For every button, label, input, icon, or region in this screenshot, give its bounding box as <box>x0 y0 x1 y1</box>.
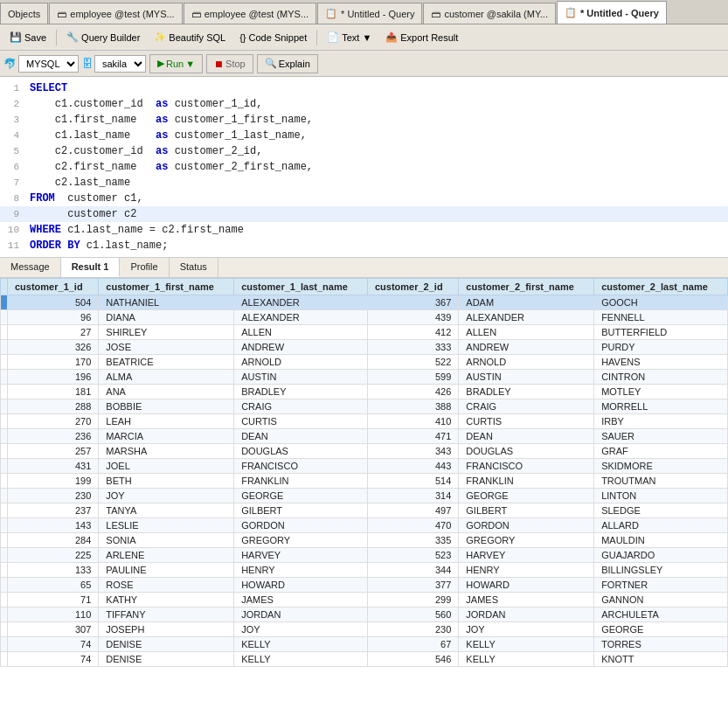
table-cell: ALEXANDER <box>234 295 368 310</box>
table-row[interactable]: 170BEATRICEARNOLD522ARNOLDHAVENS <box>1 355 728 370</box>
table-cell: 388 <box>367 399 458 414</box>
table-cell: JOSE <box>99 340 234 355</box>
table-cell: JAMES <box>234 593 368 607</box>
table-cell: 284 <box>8 533 99 548</box>
table-cell: 299 <box>367 593 458 607</box>
tab-untitled-query-2[interactable]: 📋 * Untitled - Query <box>557 1 667 24</box>
table-row[interactable]: 270LEAHCURTIS410CURTISIRBY <box>1 414 728 429</box>
table-row[interactable]: 504NATHANIELALEXANDER367ADAMGOOCH <box>1 295 728 310</box>
table-row[interactable]: 65ROSEHOWARD377HOWARDFORTNER <box>1 578 728 593</box>
table-row[interactable]: 326JOSEANDREW333ANDREWPURDY <box>1 340 728 355</box>
sql-editor[interactable]: 1SELECT2 c1.customer_id as customer_1_id… <box>0 77 728 258</box>
tab-objects[interactable]: Objects <box>0 3 48 24</box>
result-tab-result-1[interactable]: Result 1 <box>61 258 121 277</box>
table-cell: 225 <box>8 548 99 563</box>
run-button[interactable]: ▶ Run ▼ <box>149 54 203 73</box>
row-indicator <box>1 370 8 385</box>
table-cell: 410 <box>367 414 458 429</box>
text-button[interactable]: 📄 Text ▼ <box>321 28 378 47</box>
line-number: 6 <box>0 159 26 175</box>
line-number: 1 <box>0 80 26 96</box>
table-row[interactable]: 133PAULINEHENRY344HENRYBILLINGSLEY <box>1 563 728 578</box>
table-row[interactable]: 74DENISEKELLY67KELLYTORRES <box>1 637 728 652</box>
table-row[interactable]: 74DENISEKELLY546KELLYKNOTT <box>1 652 728 667</box>
row-indicator <box>1 310 8 325</box>
row-indicator <box>1 503 8 518</box>
table-row[interactable]: 199BETHFRANKLIN514FRANKLINTROUTMAN <box>1 474 728 489</box>
result-table: customer_1_idcustomer_1_first_namecustom… <box>0 278 728 667</box>
table-row[interactable]: 288BOBBIECRAIG388CRAIGMORRELL <box>1 399 728 414</box>
table-row[interactable]: 284SONIAGREGORY335GREGORYMAULDIN <box>1 533 728 548</box>
table-cell: CRAIG <box>459 399 594 414</box>
table-row[interactable]: 27SHIRLEYALLEN412ALLENBUTTERFIELD <box>1 325 728 340</box>
table-cell: 307 <box>8 622 99 637</box>
table-cell: 514 <box>367 474 458 489</box>
tab-customer-label: customer @sakila (MY... <box>444 9 548 19</box>
table-cell: ARNOLD <box>234 355 368 370</box>
explain-button[interactable]: 🔍 Explain <box>257 54 318 73</box>
table-row[interactable]: 230JOYGEORGE314GEORGELINTON <box>1 489 728 503</box>
table-cell: FRANKLIN <box>459 474 594 489</box>
table-cell: CRAIG <box>234 399 368 414</box>
table-row[interactable]: 71KATHYJAMES299JAMESGANNON <box>1 593 728 607</box>
table-row[interactable]: 307JOSEPHJOY230JOYGEORGE <box>1 622 728 637</box>
result-tab-message[interactable]: Message <box>0 258 61 277</box>
table-row[interactable]: 196ALMAAUSTIN599AUSTINCINTRON <box>1 370 728 385</box>
table-cell: MOTLEY <box>594 385 728 399</box>
table-cell: TIFFANY <box>99 607 234 622</box>
table-row[interactable]: 110TIFFANYJORDAN560JORDANARCHULETA <box>1 607 728 622</box>
sql-line-4: 4 c1.last_name as customer_1_last_name, <box>0 128 728 143</box>
beautify-button[interactable]: ✨ Beautify SQL <box>148 28 232 47</box>
export-button[interactable]: 📤 Export Result <box>379 28 464 47</box>
table-row[interactable]: 143LESLIEGORDON470GORDONALLARD <box>1 518 728 533</box>
table-row[interactable]: 237TANYAGILBERT497GILBERTSLEDGE <box>1 503 728 518</box>
table-cell: SHIRLEY <box>99 325 234 340</box>
table-cell: ALLEN <box>459 325 594 340</box>
sql-line-2: 2 c1.customer_id as customer_1_id, <box>0 96 728 112</box>
run-dropdown-icon: ▼ <box>185 59 195 69</box>
tab-employee-2[interactable]: 🗃 employee @test (MYS... <box>184 3 316 24</box>
db-name-select[interactable]: sakila <box>94 55 146 73</box>
table-cell: 74 <box>8 652 99 667</box>
table-row[interactable]: 431JOELFRANCISCO443FRANCISCOSKIDMORE <box>1 459 728 474</box>
tab-customer[interactable]: 🗃 customer @sakila (MY... <box>423 3 556 24</box>
query-icon-2: 📋 <box>565 7 577 18</box>
table-row[interactable]: 181ANABRADLEY426BRADLEYMOTLEY <box>1 385 728 399</box>
db-engine-select[interactable]: MYSQL <box>18 55 79 73</box>
table-row[interactable]: 225ARLENEHARVEY523HARVEYGUAJARDO <box>1 548 728 563</box>
row-indicator <box>1 518 8 533</box>
table-cell: FENNELL <box>594 310 728 325</box>
table-cell: HENRY <box>234 563 368 578</box>
result-tab-profile[interactable]: Profile <box>120 258 169 277</box>
table-cell: LESLIE <box>99 518 234 533</box>
table-cell: 74 <box>8 637 99 652</box>
result-container[interactable]: customer_1_idcustomer_1_first_namecustom… <box>0 278 728 722</box>
tab-employee-1[interactable]: 🗃 employee @test (MYS... <box>49 3 182 24</box>
stop-button[interactable]: ⏹ Stop <box>206 54 253 73</box>
table-cell: 133 <box>8 563 99 578</box>
result-tab-status[interactable]: Status <box>170 258 218 277</box>
table-cell: 288 <box>8 399 99 414</box>
table-row[interactable]: 96DIANAALEXANDER439ALEXANDERFENNELL <box>1 310 728 325</box>
table-cell: 27 <box>8 325 99 340</box>
table-cell: CURTIS <box>459 414 594 429</box>
table-cell: 497 <box>367 503 458 518</box>
row-indicator <box>1 429 8 444</box>
table-cell: ALEXANDER <box>459 310 594 325</box>
text-dropdown-icon: ▼ <box>362 32 371 43</box>
table-cell: 257 <box>8 444 99 459</box>
row-indicator <box>1 340 8 355</box>
row-indicator <box>1 489 8 503</box>
table-cell: ALLARD <box>594 518 728 533</box>
table-cell: TANYA <box>99 503 234 518</box>
query-builder-button[interactable]: 🔧 Query Builder <box>60 28 146 47</box>
table-row[interactable]: 236MARCIADEAN471DEANSAUER <box>1 429 728 444</box>
table-cell: 67 <box>367 637 458 652</box>
tab-untitled-query-1-label: * Untitled - Query <box>341 9 414 19</box>
tab-untitled-query-1[interactable]: 📋 * Untitled - Query <box>317 3 422 24</box>
code-snippet-button[interactable]: {} Code Snippet <box>233 28 313 47</box>
toolbar-2: 🐬 MYSQL 🗄 sakila ▶ Run ▼ ⏹ Stop 🔍 Explai… <box>0 51 728 77</box>
table-row[interactable]: 257MARSHADOUGLAS343DOUGLASGRAF <box>1 444 728 459</box>
tab-untitled-query-2-label: * Untitled - Query <box>580 8 659 18</box>
save-button[interactable]: 💾 Save <box>3 28 52 47</box>
